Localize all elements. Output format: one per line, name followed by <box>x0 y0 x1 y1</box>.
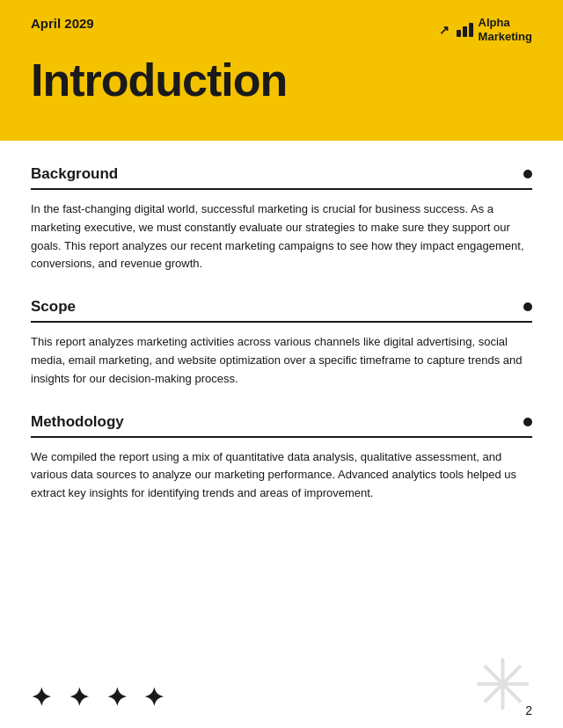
page: April 2029 ↗ AlphaMarketing Introduction… <box>0 0 563 728</box>
section-dot-scope <box>523 302 532 311</box>
section-body-methodology: We compiled the report using a mix of qu… <box>31 448 532 503</box>
star-big-decoration: ✳ <box>473 651 532 721</box>
header-band: April 2029 ↗ AlphaMarketing Introduction <box>0 0 563 141</box>
page-title: Introduction <box>31 54 532 106</box>
logo-arrow-icon: ↗ <box>439 23 450 37</box>
section-methodology: Methodology We compiled the report using… <box>31 413 532 503</box>
section-body-background: In the fast-changing digital world, succ… <box>31 200 532 273</box>
bar-chart-icon <box>457 23 473 37</box>
logo-area: ↗ AlphaMarketing <box>439 16 532 43</box>
section-scope: Scope This report analyzes marketing act… <box>31 298 532 388</box>
section-title-scope: Scope <box>31 298 76 316</box>
date-label: April 2029 <box>31 16 94 31</box>
section-background: Background In the fast-changing digital … <box>31 165 532 273</box>
section-header-scope: Scope <box>31 298 532 323</box>
stars-decoration: ✦ ✦ ✦ ✦ <box>31 683 169 712</box>
section-title-background: Background <box>31 165 118 183</box>
section-dot-background <box>523 170 532 178</box>
logo-text: AlphaMarketing <box>479 16 532 43</box>
header-top: April 2029 ↗ AlphaMarketing <box>31 16 532 43</box>
content-area: Background In the fast-changing digital … <box>0 141 563 545</box>
page-number: 2 <box>525 703 532 717</box>
section-body-scope: This report analyzes marketing activitie… <box>31 333 532 388</box>
section-title-methodology: Methodology <box>31 413 124 431</box>
section-header-background: Background <box>31 165 532 190</box>
footer: ✦ ✦ ✦ ✦ ✳ <box>0 649 563 728</box>
section-dot-methodology <box>523 418 532 426</box>
section-header-methodology: Methodology <box>31 413 532 438</box>
